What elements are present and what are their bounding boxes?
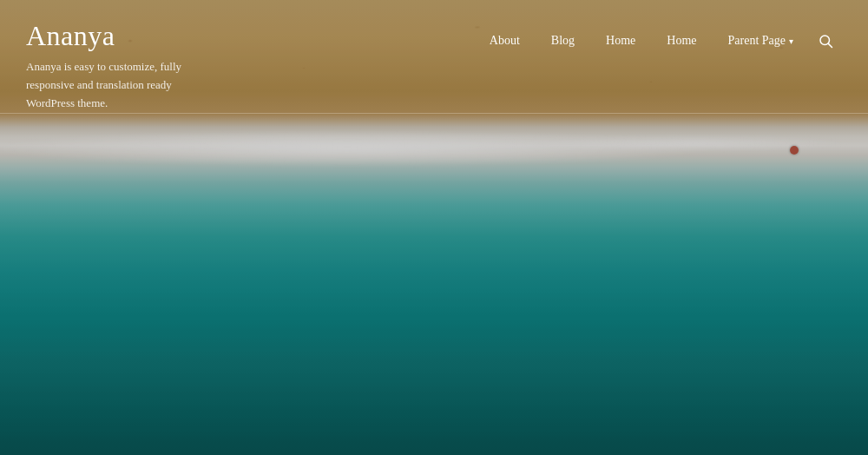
nav-item-about[interactable]: About <box>474 30 536 51</box>
header-divider <box>0 113 868 114</box>
site-branding: Ananya Ananya is easy to customize, full… <box>26 21 217 113</box>
search-button[interactable] <box>809 30 842 52</box>
nav-item-blog[interactable]: Blog <box>536 30 590 51</box>
hero-section: Ananya Ananya is easy to customize, full… <box>0 0 868 455</box>
nav-item-parent-page[interactable]: Parent Page ▾ <box>713 30 809 51</box>
site-description: Ananya is easy to customize, fully respo… <box>26 58 217 112</box>
site-header: Ananya Ananya is easy to customize, full… <box>0 0 868 113</box>
primary-navigation: About Blog Home Home Parent Page ▾ <box>474 21 842 52</box>
search-icon <box>818 33 833 49</box>
dropdown-arrow-icon: ▾ <box>789 36 793 46</box>
nav-item-home-1[interactable]: Home <box>590 30 651 51</box>
svg-line-1 <box>828 43 832 47</box>
site-title[interactable]: Ananya <box>26 21 217 51</box>
nav-item-home-2[interactable]: Home <box>651 30 712 51</box>
